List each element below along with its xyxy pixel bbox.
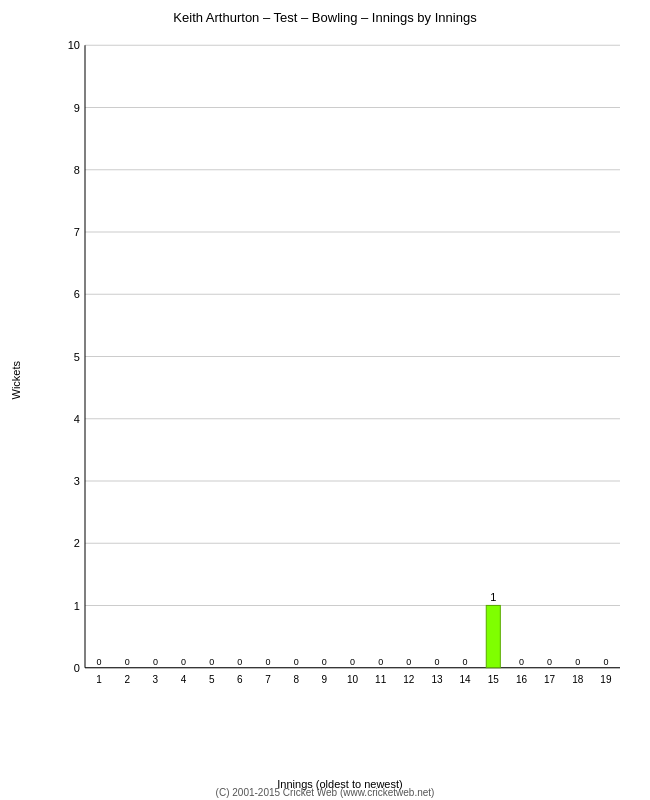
svg-text:0: 0	[266, 656, 271, 666]
svg-text:9: 9	[322, 674, 328, 685]
chart-svg: 0123456789101020304050607080901001101201…	[50, 40, 630, 720]
svg-text:0: 0	[463, 656, 468, 666]
svg-text:0: 0	[406, 656, 411, 666]
svg-text:0: 0	[575, 656, 580, 666]
svg-text:8: 8	[74, 164, 80, 176]
svg-text:0: 0	[434, 656, 439, 666]
svg-text:16: 16	[516, 674, 527, 685]
svg-text:2: 2	[124, 674, 130, 685]
svg-text:0: 0	[547, 656, 552, 666]
chart-container: Keith Arthurton – Test – Bowling – Innin…	[0, 0, 650, 800]
svg-text:0: 0	[378, 656, 383, 666]
chart-title: Keith Arthurton – Test – Bowling – Innin…	[0, 0, 650, 30]
svg-text:12: 12	[403, 674, 414, 685]
svg-text:3: 3	[74, 475, 80, 487]
svg-text:0: 0	[519, 656, 524, 666]
svg-text:17: 17	[544, 674, 555, 685]
svg-text:10: 10	[347, 674, 358, 685]
svg-text:13: 13	[431, 674, 442, 685]
svg-text:7: 7	[74, 226, 80, 238]
svg-text:0: 0	[322, 656, 327, 666]
svg-text:2: 2	[74, 537, 80, 549]
svg-text:4: 4	[181, 674, 187, 685]
svg-text:7: 7	[265, 674, 271, 685]
svg-rect-52	[486, 605, 500, 667]
svg-text:0: 0	[181, 656, 186, 666]
svg-text:3: 3	[153, 674, 159, 685]
svg-text:0: 0	[97, 656, 102, 666]
svg-text:0: 0	[153, 656, 158, 666]
svg-text:18: 18	[572, 674, 583, 685]
svg-text:9: 9	[74, 101, 80, 113]
svg-text:1: 1	[490, 591, 496, 603]
copyright-text: (C) 2001-2015 Cricket Web (www.cricketwe…	[0, 787, 650, 798]
svg-text:14: 14	[460, 674, 471, 685]
y-axis-label: Wickets	[10, 40, 22, 720]
svg-text:8: 8	[293, 674, 299, 685]
chart-area: 0123456789101020304050607080901001101201…	[50, 40, 630, 720]
svg-text:0: 0	[209, 656, 214, 666]
svg-text:0: 0	[237, 656, 242, 666]
svg-text:5: 5	[74, 350, 80, 362]
svg-text:4: 4	[74, 413, 80, 425]
svg-text:5: 5	[209, 674, 215, 685]
svg-text:15: 15	[488, 674, 499, 685]
svg-text:1: 1	[96, 674, 102, 685]
svg-text:11: 11	[375, 674, 386, 685]
svg-text:0: 0	[125, 656, 130, 666]
svg-text:0: 0	[74, 662, 80, 674]
svg-text:0: 0	[350, 656, 355, 666]
svg-text:0: 0	[294, 656, 299, 666]
svg-text:1: 1	[74, 599, 80, 611]
svg-text:6: 6	[237, 674, 243, 685]
svg-text:0: 0	[603, 656, 608, 666]
svg-text:10: 10	[68, 40, 80, 51]
svg-text:6: 6	[74, 288, 80, 300]
svg-text:19: 19	[600, 674, 611, 685]
